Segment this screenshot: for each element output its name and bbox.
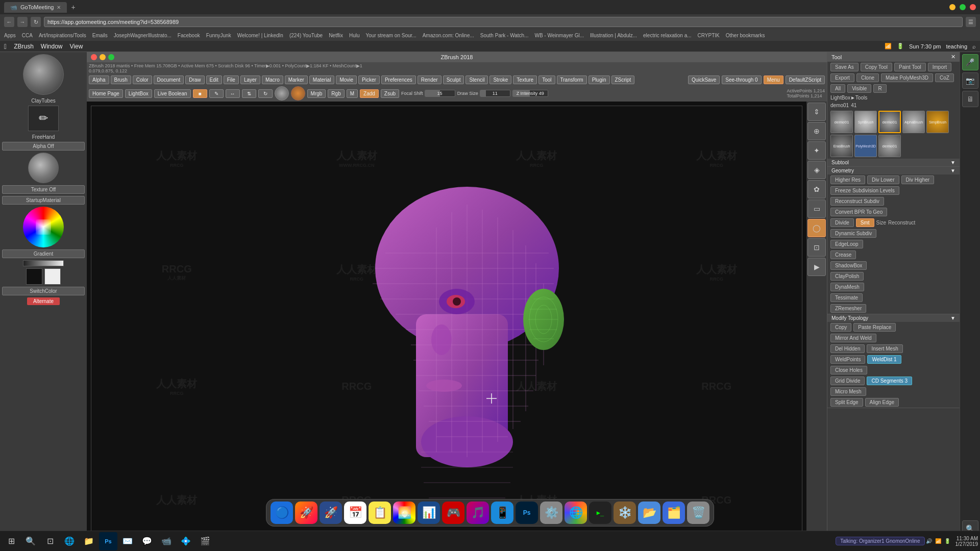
menu-preferences[interactable]: Preferences [381, 76, 416, 84]
bookmark-other[interactable]: Other bookmarks [726, 33, 765, 38]
zremesher-btn[interactable]: ZRemesher [830, 304, 866, 313]
z-intensity-slider[interactable]: Z Intensity 49 [512, 90, 548, 97]
frame-btn[interactable]: ⊡ [807, 238, 826, 257]
dock-terminal[interactable]: ▶_ [589, 502, 611, 524]
alpha-off-btn[interactable]: Alpha Off [2, 142, 85, 151]
tab-close-icon[interactable]: ✕ [57, 5, 61, 10]
nav-back[interactable]: ← [4, 17, 14, 27]
menu-marker[interactable]: Marker [285, 76, 308, 84]
menu-material[interactable]: Material [309, 76, 335, 84]
bookmark-hulu[interactable]: Hulu [349, 33, 360, 38]
menu-draw[interactable]: Draw [185, 76, 204, 84]
smt-btn[interactable]: Smt [856, 218, 874, 227]
taskbar-skype[interactable]: 💠 [177, 532, 195, 550]
copy-tool-btn[interactable]: Copy Tool [861, 63, 892, 71]
subtool-header[interactable]: Subtool ▼ [827, 159, 960, 166]
divide-btn[interactable]: Divide [830, 218, 854, 227]
coz-btn[interactable]: CoZ [935, 73, 954, 82]
lightbox-btn[interactable]: LightBox [125, 89, 152, 98]
freeze-subdiv-btn[interactable]: Freeze Subdivision Levels [830, 186, 899, 195]
dock-files[interactable]: 📂 [638, 502, 660, 524]
see-through-btn[interactable]: See-through 0 [722, 76, 761, 84]
m-btn[interactable]: M [347, 89, 358, 98]
menu-picker[interactable]: Picker [358, 76, 380, 84]
all-btn[interactable]: All [830, 84, 845, 93]
party-btn[interactable]: ✿ [807, 180, 826, 198]
menu-color[interactable]: Color [133, 76, 152, 84]
dock-calendar[interactable]: 📅 [344, 502, 366, 524]
material-btn[interactable]: StartupMaterial [2, 196, 85, 205]
draw-btn[interactable]: ■ [193, 89, 207, 98]
actmv-btn[interactable]: ✦ [807, 141, 826, 160]
dock-itunes[interactable]: 🎵 [467, 502, 489, 524]
close-holes-btn[interactable]: Close Holes [830, 366, 867, 374]
dock-notes[interactable]: 📋 [369, 502, 391, 524]
move-btn[interactable]: ↔ [226, 89, 240, 98]
homepage-btn[interactable]: Home Page [89, 89, 123, 98]
bookmark-youtube[interactable]: (224) YouTube [289, 33, 323, 38]
texture-off-btn[interactable]: Texture Off [2, 185, 85, 194]
bookmark-linkedin[interactable]: Welcome! | LinkedIn [237, 33, 283, 38]
color-wheel[interactable] [23, 207, 64, 247]
close-btn[interactable] [91, 54, 97, 60]
menu-movie[interactable]: Movie [336, 76, 357, 84]
bookmark-illustration[interactable]: Illustration | Abdulz... [590, 33, 637, 38]
systray-battery[interactable]: 🔋 [944, 538, 950, 544]
del-hidden-btn[interactable]: Del Hidden [830, 344, 865, 353]
black-swatch[interactable] [26, 268, 42, 285]
taskbar-taskview[interactable]: ⊡ [41, 532, 59, 550]
bookmark-southpark[interactable]: South Park - Watch... [480, 33, 529, 38]
dock-prefs[interactable]: ⚙️ [540, 502, 562, 524]
menu-btn[interactable]: Menu [764, 76, 783, 84]
make-polymesh3d-btn[interactable]: Make PolyMesh3D [881, 73, 933, 82]
apple-menu[interactable]:  [4, 42, 7, 51]
import-btn[interactable]: Import [928, 63, 951, 71]
brush-alpha[interactable] [291, 86, 305, 101]
nav-forward[interactable]: → [17, 17, 28, 27]
menu-macro[interactable]: Macro [262, 76, 283, 84]
taskbar-ps[interactable]: Ps [99, 532, 117, 550]
switch-color-btn[interactable]: SwitchColor [2, 287, 85, 295]
tool-panel-close[interactable]: ✕ [951, 54, 955, 60]
taskbar-explorer[interactable]: 📁 [80, 532, 98, 550]
dock-chrome[interactable]: 🌐 [565, 502, 587, 524]
rotate-btn[interactable]: ↻ [258, 89, 273, 98]
taskbar-msg[interactable]: 💬 [138, 532, 156, 550]
bookmark-stream[interactable]: Your stream on Sour... [366, 33, 416, 38]
bookmark-emails[interactable]: Emails [92, 33, 108, 38]
menu-plugin[interactable]: Plugin [589, 76, 610, 84]
convert-bpr-btn[interactable]: Convert BPR To Geo [830, 208, 887, 216]
dock-dota[interactable]: 🎮 [442, 502, 464, 524]
div-lower-btn[interactable]: Div Lower [867, 176, 899, 184]
maximize-btn[interactable] [108, 54, 114, 60]
taskbar-gotomeeting[interactable]: 📹 [157, 532, 176, 550]
systray-network[interactable]: 📶 [935, 538, 941, 544]
nav-extensions[interactable]: ☰ [966, 17, 976, 27]
window-minimize[interactable] [949, 4, 955, 10]
menu-render[interactable]: Render [418, 76, 442, 84]
zoom-btn[interactable]: ⊕ [807, 122, 826, 140]
freehand-icon[interactable]: ✏ [28, 106, 59, 131]
alternate-btn[interactable]: Alternate [27, 297, 60, 305]
screen-icon[interactable]: 🖥 [962, 91, 978, 107]
mic-icon[interactable]: 🎤 [962, 54, 978, 70]
bookmark-amazon[interactable]: Amazon.com: Online... [423, 33, 474, 38]
bookmark-facebook[interactable]: Facebook [178, 33, 200, 38]
dock-mission-control[interactable]: 🚀 [320, 502, 342, 524]
local-btn[interactable]: ◯ [807, 219, 826, 237]
micro-mesh-btn[interactable]: Micro Mesh [830, 387, 866, 396]
taskbar-search[interactable]: 🔍 [21, 532, 40, 550]
dock-keynote[interactable]: 📊 [418, 502, 440, 524]
zbrush-canvas[interactable]: 人人素材RRCG 人人素材WWW.RRCG.CN 人人素材RRCG 人人素材RR… [87, 102, 806, 551]
crease-btn[interactable]: Crease [830, 251, 856, 259]
dynamic-subdiv-btn[interactable]: Dynamic Subdiv [830, 229, 876, 238]
menu-layer[interactable]: Layer [240, 76, 260, 84]
menu-stencil[interactable]: Stencil [465, 76, 488, 84]
menu-stroke[interactable]: Stroke [489, 76, 511, 84]
menu-view[interactable]: View [70, 43, 83, 50]
visible-btn[interactable]: Visible [847, 84, 871, 93]
dock-photoshop[interactable]: Ps [516, 502, 538, 524]
window-maximize[interactable] [960, 4, 966, 10]
live-boolean-btn[interactable]: Live Boolean [154, 89, 191, 98]
systray-volume[interactable]: 🔊 [926, 538, 932, 544]
